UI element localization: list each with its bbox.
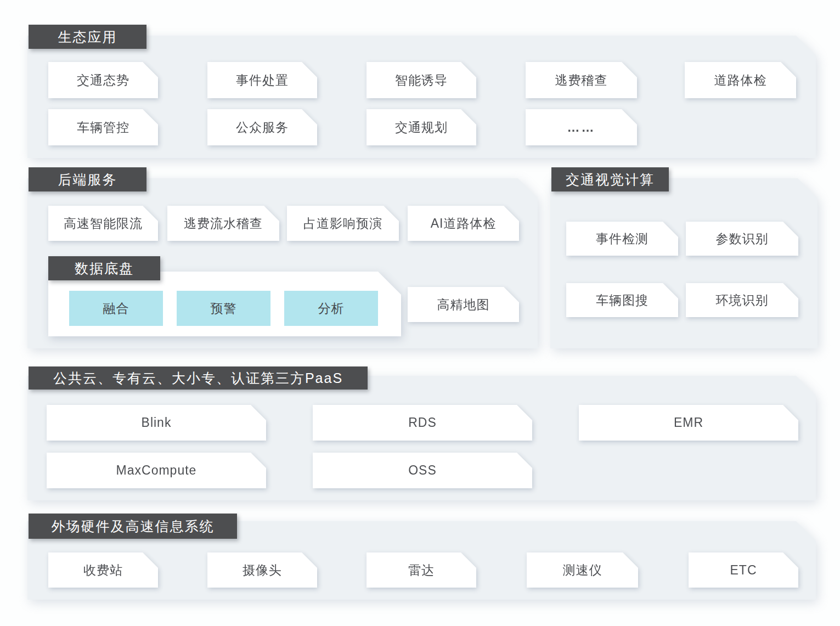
- backend-card-ai-road-checkup: AI道路体检: [408, 206, 519, 241]
- vision-card-environment-recognition: 环境识别: [686, 283, 798, 317]
- backend-card-lane-occupation-preview: 占道影响预演: [287, 206, 399, 241]
- hardware-card-radar: 雷达: [367, 552, 476, 588]
- data-chassis-title: 数据底盘: [75, 260, 134, 278]
- backend-card-toll-evasion-flow-audit: 逃费流水稽查: [167, 206, 279, 241]
- highway-architecture-diagram: 生态应用 交通态势 事件处置 智能诱导 逃费稽查 道路体检 车辆管控 公众服务 …: [0, 0, 840, 626]
- hardware-card-camera: 摄像头: [207, 552, 317, 588]
- chassis-chip-analysis: 分析: [284, 291, 378, 326]
- vision-card-event-detection: 事件检测: [566, 222, 678, 256]
- backend-section-tag: 后端服务: [29, 167, 146, 191]
- cloud-card-blink: Blink: [47, 405, 266, 441]
- backend-section-title: 后端服务: [58, 171, 117, 189]
- eco-card-public-service: 公众服务: [207, 109, 317, 145]
- cloud-card-oss: OSS: [313, 453, 532, 488]
- hardware-section-title: 外场硬件及高速信息系统: [52, 517, 215, 535]
- eco-card-traffic-situation: 交通态势: [48, 62, 158, 98]
- cloud-card-emr: EMR: [579, 405, 798, 441]
- cloud-section-tag: 公共云、专有云、大小专、认证第三方PaaS: [29, 366, 368, 390]
- vision-card-parameter-recognition: 参数识别: [686, 222, 798, 256]
- eco-card-more: ……: [526, 109, 637, 145]
- hardware-card-speedometer: 测速仪: [527, 552, 638, 588]
- data-chassis-tag: 数据底盘: [48, 256, 160, 280]
- eco-card-road-checkup: 道路体检: [685, 62, 796, 98]
- vision-card-vehicle-image-search: 车辆图搜: [566, 283, 678, 317]
- eco-section-tag: 生态应用: [29, 25, 146, 49]
- vision-section-tag: 交通视觉计算: [551, 167, 669, 191]
- backend-card-hd-map: 高精地图: [408, 287, 519, 322]
- cloud-section-title: 公共云、专有云、大小专、认证第三方PaaS: [53, 369, 343, 387]
- hardware-card-etc: ETC: [689, 552, 798, 588]
- eco-card-incident-handling: 事件处置: [207, 62, 317, 98]
- chassis-chip-fusion: 融合: [69, 291, 163, 326]
- eco-card-vehicle-control: 车辆管控: [48, 109, 158, 145]
- cloud-card-rds: RDS: [313, 405, 532, 441]
- eco-card-traffic-planning: 交通规划: [367, 109, 476, 145]
- hardware-card-toll-station: 收费站: [48, 552, 158, 588]
- chassis-chip-warning: 预警: [177, 291, 270, 326]
- eco-card-smart-guidance: 智能诱导: [367, 62, 476, 98]
- eco-section-title: 生态应用: [58, 28, 117, 46]
- cloud-card-maxcompute: MaxCompute: [47, 453, 266, 488]
- vision-section-title: 交通视觉计算: [566, 171, 655, 189]
- backend-card-smart-flow-limit: 高速智能限流: [48, 206, 158, 241]
- vision-section-panel: [550, 178, 818, 348]
- eco-card-toll-evasion-audit: 逃费稽查: [526, 62, 637, 98]
- hardware-section-tag: 外场硬件及高速信息系统: [29, 514, 237, 539]
